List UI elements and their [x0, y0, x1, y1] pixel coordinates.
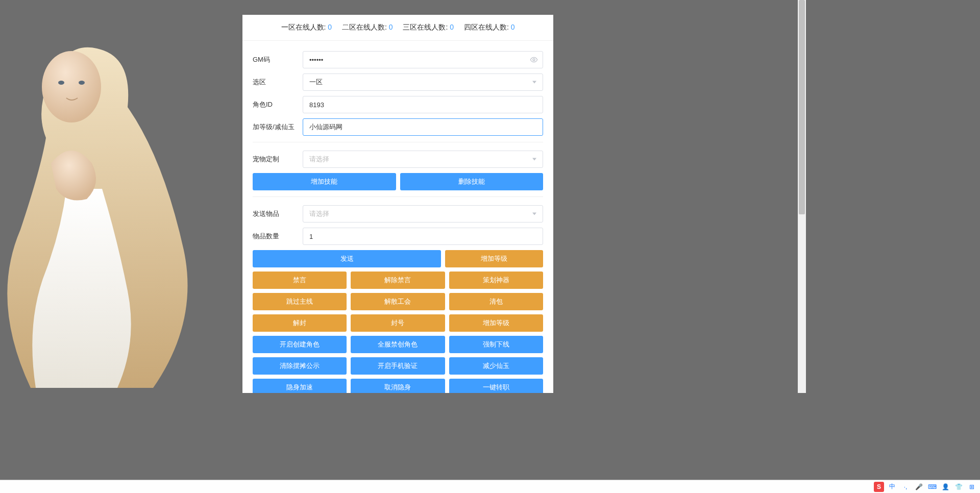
role-id-label: 角色ID: [253, 100, 303, 109]
del-skill-button[interactable]: 删除技能: [400, 173, 544, 190]
background-character-image: [0, 36, 199, 388]
svg-point-2: [79, 81, 85, 85]
enable-create-role-button[interactable]: 开启创建角色: [253, 336, 347, 353]
mic-icon[interactable]: 🎤: [914, 482, 924, 492]
send-item-select[interactable]: 请选择: [303, 205, 543, 223]
keyboard-icon[interactable]: ⌨: [927, 482, 937, 492]
send-item-label: 发送物品: [253, 209, 303, 218]
pet-select[interactable]: 请选择: [303, 151, 543, 168]
svg-point-0: [42, 51, 101, 122]
level-input[interactable]: [303, 118, 543, 136]
gm-code-label: GM码: [253, 55, 303, 64]
ime-lang-icon[interactable]: 中: [887, 482, 897, 492]
disband-guild-button[interactable]: 解散工会: [351, 293, 445, 310]
divider: [253, 142, 543, 142]
gm-code-input[interactable]: [303, 51, 543, 68]
disable-create-role-button[interactable]: 全服禁创角色: [351, 336, 445, 353]
planner-artifact-button[interactable]: 策划神器: [449, 272, 543, 289]
svg-point-1: [58, 81, 64, 85]
skip-main-button[interactable]: 跳过主线: [253, 293, 347, 310]
add-level2-button[interactable]: 增加等级: [449, 314, 543, 332]
send-button[interactable]: 发送: [253, 250, 441, 267]
grid-icon[interactable]: ⊞: [967, 482, 977, 492]
ime-punct-icon[interactable]: ·,: [900, 482, 911, 492]
zone-label: 选区: [253, 78, 303, 87]
online-status-bar: 一区在线人数: 0 二区在线人数: 0 三区在线人数: 0 四区在线人数: 0: [242, 15, 553, 41]
ban-button[interactable]: 封号: [351, 314, 445, 332]
add-level-button[interactable]: 增加等级: [445, 250, 543, 267]
reduce-xianyu-button[interactable]: 减少仙玉: [449, 357, 543, 375]
qty-label: 物品数量: [253, 232, 303, 241]
stealth-speed-button[interactable]: 隐身加速: [253, 379, 347, 393]
unban-button[interactable]: 解封: [253, 314, 347, 332]
zone2-online: 二区在线人数: 0: [342, 23, 393, 32]
pet-label: 宠物定制: [253, 155, 303, 164]
divider: [253, 196, 543, 197]
clear-stall-notice-button[interactable]: 清除摆摊公示: [253, 357, 347, 375]
zone1-online: 一区在线人数: 0: [281, 23, 332, 32]
eye-icon[interactable]: [530, 56, 538, 64]
clear-bag-button[interactable]: 清包: [449, 293, 543, 310]
one-key-transfer-button[interactable]: 一键转职: [449, 379, 543, 393]
zone-select[interactable]: 一区: [303, 73, 543, 91]
cancel-stealth-button[interactable]: 取消隐身: [351, 379, 445, 393]
taskbar: S 中 ·, 🎤 ⌨ 👤 👕 ⊞: [0, 480, 980, 493]
scrollbar-thumb[interactable]: [799, 0, 805, 214]
enable-phone-verify-button[interactable]: 开启手机验证: [351, 357, 445, 375]
mute-button[interactable]: 禁言: [253, 272, 347, 289]
user-icon[interactable]: 👤: [940, 482, 950, 492]
force-offline-button[interactable]: 强制下线: [449, 336, 543, 353]
zone4-online: 四区在线人数: 0: [464, 23, 515, 32]
role-id-input[interactable]: [303, 96, 543, 113]
vertical-scrollbar[interactable]: [798, 0, 806, 393]
level-label: 加等级/减仙玉: [253, 122, 303, 132]
svg-point-3: [533, 59, 535, 61]
skin-icon[interactable]: 👕: [953, 482, 964, 492]
zone3-online: 三区在线人数: 0: [403, 23, 454, 32]
add-skill-button[interactable]: 增加技能: [253, 173, 396, 190]
ime-sogou-icon[interactable]: S: [874, 482, 884, 492]
unmute-button[interactable]: 解除禁言: [351, 272, 445, 289]
qty-input[interactable]: [303, 228, 543, 245]
admin-panel: 一区在线人数: 0 二区在线人数: 0 三区在线人数: 0 四区在线人数: 0 …: [242, 15, 553, 393]
